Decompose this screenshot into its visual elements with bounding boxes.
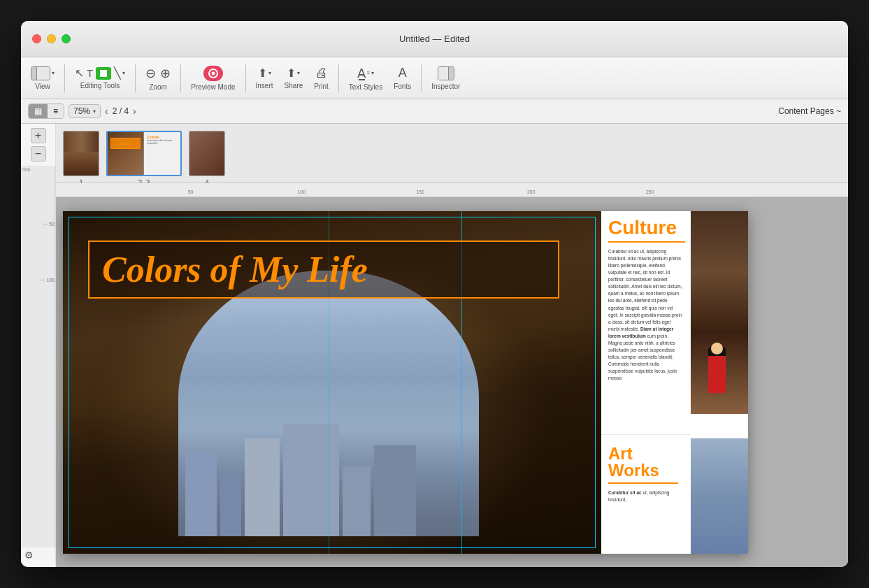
- print-label: Print: [314, 83, 329, 90]
- share-group[interactable]: ⬆ ▾ Share: [280, 64, 308, 92]
- soldier-body: [708, 354, 726, 393]
- fonts-group[interactable]: A Fonts: [389, 63, 415, 93]
- preview-mode-icon: [203, 66, 223, 81]
- window-title: Untitled — Edited: [399, 34, 470, 44]
- title-text-box[interactable]: Colors of My Life: [88, 241, 559, 299]
- insert-chevron-icon: ▾: [268, 70, 271, 76]
- page-nav: ‹ 2 / 4 ›: [105, 106, 136, 117]
- editing-tools-icon: ↖ T ╲ ▾: [75, 66, 125, 80]
- building-5: [343, 466, 371, 536]
- page-left: Colors of My Life: [63, 211, 601, 554]
- content-pages-label[interactable]: Content Pages ~: [778, 106, 841, 116]
- thumbnail-23[interactable]: Colors Culture Lorem ipsum dolor sit ame…: [106, 131, 182, 187]
- view-btn-list[interactable]: ≡: [48, 104, 64, 118]
- next-page-button[interactable]: ›: [133, 106, 136, 117]
- left-sidebar: + − mm 50 100 ⚙: [21, 124, 56, 567]
- text-styles-group[interactable]: A̲≡ ▾ Text Styles: [345, 63, 387, 94]
- ruler-tick-100: 100: [41, 278, 55, 282]
- editing-tools-group[interactable]: ↖ T ╲ ▾ Editing Tools: [71, 64, 129, 92]
- horizontal-ruler: 50 100 150 200 250: [56, 183, 848, 197]
- soldier-face: [711, 343, 723, 354]
- inspector-icon: [438, 66, 454, 80]
- zoom-controls: + −: [21, 124, 55, 166]
- ruler-label-200: 200: [527, 189, 536, 194]
- text-styles-icon: A̲≡ ▾: [357, 66, 375, 81]
- view-btn-grid[interactable]: ▦: [29, 104, 48, 118]
- section-divider: [601, 434, 691, 435]
- culture-divider: [608, 241, 685, 243]
- print-icon: 🖨: [315, 66, 328, 80]
- right-image-strip-top: [691, 211, 748, 414]
- preview-mode-group[interactable]: Preview Mode: [187, 63, 239, 94]
- ruler-unit-label: mm: [22, 167, 31, 172]
- toolbar-separator-3: [180, 64, 181, 92]
- zoom-in-button[interactable]: +: [31, 128, 46, 143]
- zoom-control[interactable]: 75% ▾: [69, 104, 101, 118]
- preview-mode-label: Preview Mode: [191, 83, 235, 91]
- editing-tools-label: Editing Tools: [80, 82, 120, 89]
- toolbar-separator-1: [64, 64, 65, 92]
- view-toolbar-group[interactable]: ▾ View: [27, 64, 59, 93]
- canvas-scroll-area[interactable]: Colors of My Life: [56, 197, 848, 567]
- title-bar: Untitled — Edited: [21, 21, 848, 57]
- close-button[interactable]: [32, 34, 41, 43]
- canvas-with-ruler: 50 100 150 200 250: [56, 183, 848, 567]
- zoom-label: Zoom: [149, 83, 167, 91]
- text-styles-label: Text Styles: [349, 83, 382, 91]
- right-image-strip-bottom: [691, 438, 748, 554]
- prev-page-button[interactable]: ‹: [105, 106, 108, 117]
- thumbnails-area: 1 Colors Culture Lorem ipsum dolor sit a…: [56, 124, 232, 182]
- ruler-label-50: 50: [188, 189, 194, 194]
- canvas-column: 50 100 150 200 250: [56, 183, 848, 567]
- zoom-group[interactable]: ⊖ ⊕ Zoom: [141, 63, 175, 94]
- insert-icon: ⬆ ▾: [258, 66, 271, 80]
- art-works-divider: [608, 482, 678, 484]
- toolbar: ▾ View ↖ T ╲ ▾ Editing Tools ⊖ ⊕: [21, 57, 848, 99]
- view-label: View: [35, 83, 50, 90]
- zoom-out-button[interactable]: −: [31, 146, 46, 162]
- building-3: [245, 438, 280, 536]
- settings-button[interactable]: ⚙: [21, 547, 36, 563]
- insert-group[interactable]: ⬆ ▾ Insert: [252, 64, 278, 92]
- culture-title: Culture: [608, 218, 683, 238]
- canvas-container: 1 Colors Culture Lorem ipsum dolor sit a…: [56, 124, 848, 567]
- page-spread: Colors of My Life: [63, 211, 748, 554]
- print-group[interactable]: 🖨 Print: [310, 63, 333, 93]
- art-works-title: Art Works: [608, 445, 685, 479]
- share-label: Share: [285, 82, 303, 89]
- thumbnail-1[interactable]: 1: [63, 131, 99, 187]
- building-1: [185, 452, 217, 536]
- thumbnails-panel: 1 Colors Culture Lorem ipsum dolor sit a…: [56, 124, 848, 183]
- minimize-button[interactable]: [47, 34, 56, 43]
- toolbar-separator-5: [338, 64, 339, 92]
- toolbar-separator-6: [421, 64, 422, 92]
- culture-body-text: Curabitur sit ac ut, adipiscing tincidun…: [608, 248, 683, 382]
- view-toggle[interactable]: ▦ ≡: [28, 103, 64, 119]
- ruler-label-250: 250: [646, 189, 654, 194]
- share-chevron-icon: ▾: [297, 70, 300, 76]
- app-window: Untitled — Edited ▾ View ↖ T ╲: [21, 21, 848, 567]
- zoom-chevron-icon: ▾: [93, 108, 96, 115]
- building-4: [283, 424, 339, 536]
- page-title-text: Colors of My Life: [102, 250, 368, 289]
- fonts-label: Fonts: [394, 83, 411, 90]
- building-2: [220, 473, 241, 536]
- vertical-ruler: mm 50 100: [21, 166, 55, 547]
- culture-section: Culture Curabitur sit ac ut, adipiscing …: [601, 211, 689, 386]
- zoom-icons: ⊖ ⊕: [145, 66, 171, 81]
- view-chevron-icon: ▾: [52, 70, 55, 76]
- green-shape-icon: [96, 67, 111, 80]
- insert-label: Insert: [256, 82, 273, 89]
- art-works-body: Curabitur sit ac ut, adipiscing tincidun…: [608, 489, 685, 503]
- zoom-value: 75%: [73, 106, 90, 116]
- editing-tools-chevron-icon: ▾: [122, 70, 125, 76]
- nav-bar: ▦ ≡ 75% ▾ ‹ 2 / 4 › Content Pages ~: [21, 99, 848, 124]
- main-area: + − mm 50 100 ⚙: [21, 124, 848, 567]
- maximize-button[interactable]: [62, 34, 71, 43]
- view-icon: ▾: [31, 66, 55, 80]
- page-indicator: 2 / 4: [113, 106, 129, 116]
- page-right: Culture Curabitur sit ac ut, adipiscing …: [601, 211, 748, 554]
- inspector-group[interactable]: Inspector: [427, 64, 464, 93]
- thumbnail-4[interactable]: 4: [189, 131, 225, 187]
- building-6: [374, 445, 416, 536]
